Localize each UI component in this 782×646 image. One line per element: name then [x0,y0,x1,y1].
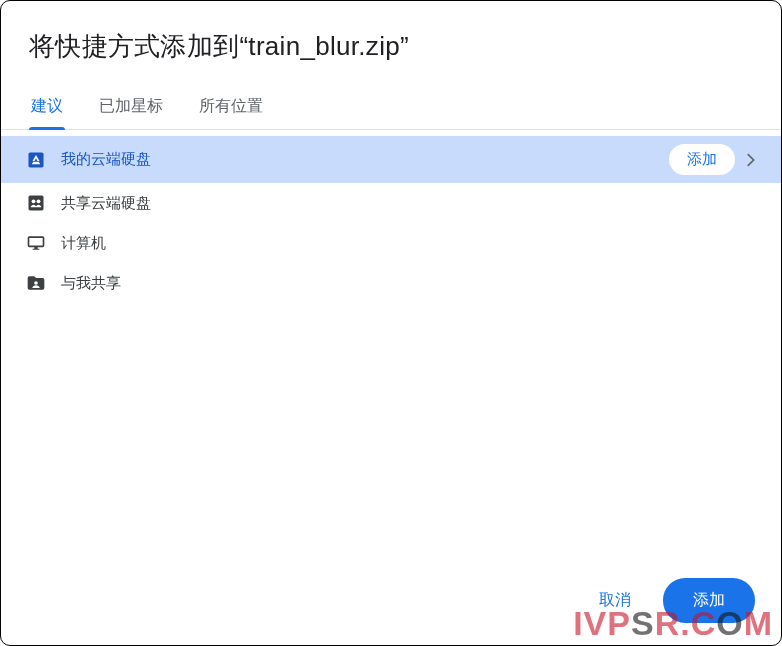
shared-with-me-icon [25,272,47,294]
location-label: 我的云端硬盘 [61,150,669,169]
tab-all-locations[interactable]: 所有位置 [197,86,265,129]
tab-starred[interactable]: 已加星标 [97,86,165,129]
tabs-bar: 建议 已加星标 所有位置 [1,86,781,130]
shared-drive-icon [25,192,47,214]
location-shared-with-me[interactable]: 与我共享 [1,263,781,303]
location-my-drive[interactable]: 我的云端硬盘 添加 [1,136,781,183]
dialog-footer: 取消 添加 [1,562,781,645]
location-label: 计算机 [61,234,761,253]
add-pill-button[interactable]: 添加 [669,144,735,175]
svg-point-1 [37,199,41,203]
computer-icon [25,232,47,254]
cancel-button[interactable]: 取消 [589,582,641,619]
location-label: 共享云端硬盘 [61,194,761,213]
dialog-header: 将快捷方式添加到“train_blur.zip” [1,1,781,64]
location-label: 与我共享 [61,274,761,293]
svg-point-2 [34,281,38,285]
chevron-right-icon[interactable] [739,149,761,171]
location-list: 我的云端硬盘 添加 共享云端硬盘 计算机 与我共享 [1,130,781,562]
shortcut-dialog: 将快捷方式添加到“train_blur.zip” 建议 已加星标 所有位置 我的… [0,0,782,646]
tab-suggested[interactable]: 建议 [29,86,65,129]
confirm-button[interactable]: 添加 [663,578,755,623]
location-computers[interactable]: 计算机 [1,223,781,263]
drive-icon [25,149,47,171]
location-shared-drives[interactable]: 共享云端硬盘 [1,183,781,223]
dialog-title: 将快捷方式添加到“train_blur.zip” [29,29,753,64]
svg-point-0 [32,199,36,203]
